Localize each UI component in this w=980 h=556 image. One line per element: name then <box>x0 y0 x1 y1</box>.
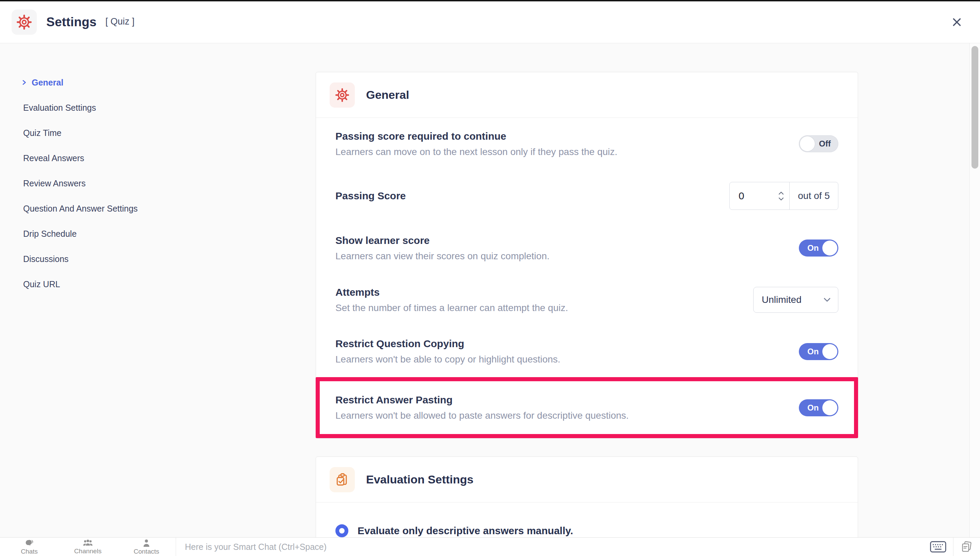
sidebar-item-question-answer-settings[interactable]: Question And Answer Settings <box>21 196 316 221</box>
sidebar-item-label: Discussions <box>21 254 68 264</box>
chevron-down-icon <box>824 298 830 302</box>
chat-bubbles-icon <box>25 538 34 548</box>
setting-row-restrict-answer-pasting: Restrict Answer Pasting Learners won't b… <box>316 377 858 438</box>
tab-contacts[interactable]: Contacts <box>117 538 176 556</box>
keyboard-shortcuts-button[interactable] <box>923 538 953 556</box>
stepper-down-icon[interactable] <box>779 197 784 200</box>
close-icon <box>951 16 963 28</box>
page-title: Settings <box>46 15 97 29</box>
sidebar-item-label: Drip Schedule <box>21 229 77 239</box>
show-learner-score-toggle[interactable]: On <box>799 239 838 257</box>
people-group-icon <box>83 539 93 547</box>
setting-subtitle: Learners can move on to the next lesson … <box>335 147 617 157</box>
tab-chats[interactable]: Chats <box>0 538 58 556</box>
setting-title: Restrict Question Copying <box>335 338 561 349</box>
toggle-state-label: On <box>808 347 819 356</box>
evaluation-option-label: Evaluate only descriptive answers manual… <box>358 525 573 537</box>
attempts-selected-value: Unlimited <box>762 294 801 305</box>
setting-row-passing-score: Passing Score 0 out of 5 <box>316 170 858 222</box>
quiz-context-label: [ Quiz ] <box>106 16 135 27</box>
smart-chat-input[interactable] <box>185 542 887 552</box>
tab-label: Channels <box>74 548 102 555</box>
recent-chats-button[interactable] <box>953 538 980 556</box>
scrollbar-thumb[interactable] <box>972 46 978 169</box>
evaluation-icon-box <box>330 467 355 492</box>
evaluation-option-row: Evaluate only descriptive answers manual… <box>316 503 858 537</box>
smart-chat-input-area <box>176 538 923 556</box>
setting-title: Passing Score <box>335 190 406 202</box>
attempts-dropdown[interactable]: Unlimited <box>753 287 838 313</box>
section-title: General <box>366 88 409 102</box>
sidebar-item-label: Quiz Time <box>21 128 62 138</box>
chevron-right-icon <box>21 79 27 86</box>
sidebar-item-label: Evaluation Settings <box>21 103 96 113</box>
copy-pages-icon <box>960 540 973 553</box>
sidebar-item-label: General <box>32 78 63 87</box>
toggle-state-label: Off <box>819 139 831 149</box>
tab-label: Contacts <box>134 548 160 555</box>
settings-content: General Passing score required to contin… <box>316 43 858 537</box>
setting-subtitle: Set the number of times a learner can at… <box>335 302 568 314</box>
general-section-card: General Passing score required to contin… <box>316 72 858 438</box>
sidebar-item-label: Quiz URL <box>21 280 60 289</box>
sidebar-item-label: Review Answers <box>21 178 85 188</box>
sidebar-item-discussions[interactable]: Discussions <box>21 246 316 272</box>
person-icon <box>142 538 150 548</box>
toggle-knob <box>822 241 837 255</box>
sidebar-item-reveal-answers[interactable]: Reveal Answers <box>21 145 316 171</box>
setting-row-passing-required: Passing score required to continue Learn… <box>316 118 858 170</box>
passing-required-toggle[interactable]: Off <box>799 135 838 152</box>
setting-row-attempts: Attempts Set the number of times a learn… <box>316 274 858 326</box>
setting-subtitle: Learners can view their scores on quiz c… <box>335 251 550 262</box>
keyboard-icon <box>930 541 946 553</box>
tab-label: Chats <box>21 548 38 555</box>
radio-selected-icon[interactable] <box>335 524 348 537</box>
setting-title: Attempts <box>335 286 568 298</box>
evaluation-section-header: Evaluation Settings <box>316 457 858 503</box>
toggle-state-label: On <box>808 403 819 412</box>
tab-channels[interactable]: Channels <box>58 538 117 556</box>
sidebar-item-label: Question And Answer Settings <box>21 204 137 213</box>
toggle-knob <box>822 344 837 359</box>
setting-title: Passing score required to continue <box>335 131 617 142</box>
stepper-up-icon[interactable] <box>779 191 784 195</box>
toggle-state-label: On <box>808 243 819 253</box>
clipboard-check-icon <box>335 472 350 487</box>
settings-body: General Evaluation Settings Quiz Time Re… <box>0 43 980 537</box>
passing-score-max-label: out of 5 <box>790 182 838 210</box>
smart-chat-bar: Chats Channels Contacts <box>0 537 980 556</box>
sidebar-item-evaluation-settings[interactable]: Evaluation Settings <box>21 95 316 120</box>
sidebar-item-label: Reveal Answers <box>21 153 84 163</box>
toggle-knob <box>800 136 815 151</box>
chat-bar-actions <box>923 538 980 556</box>
general-section-header: General <box>316 72 858 118</box>
restrict-question-copying-toggle[interactable]: On <box>799 343 838 360</box>
setting-subtitle: Learners won't be allowed to paste answe… <box>335 410 629 421</box>
section-title: Evaluation Settings <box>366 473 474 486</box>
vertical-scrollbar[interactable] <box>969 43 980 537</box>
setting-title: Show learner score <box>335 235 550 246</box>
sidebar-item-quiz-time[interactable]: Quiz Time <box>21 120 316 145</box>
sidebar-item-general[interactable]: General <box>21 70 316 95</box>
evaluation-section-card: Evaluation Settings Evaluate only descri… <box>316 456 858 537</box>
settings-nav: General Evaluation Settings Quiz Time Re… <box>0 43 316 537</box>
setting-row-restrict-question-copying: Restrict Question Copying Learners won't… <box>316 326 858 377</box>
passing-score-input[interactable]: 0 <box>730 182 790 210</box>
gear-icon <box>335 88 349 102</box>
chat-tabs: Chats Channels Contacts <box>0 538 176 556</box>
sidebar-item-drip-schedule[interactable]: Drip Schedule <box>21 221 316 246</box>
setting-title: Restrict Answer Pasting <box>335 394 629 406</box>
sidebar-item-review-answers[interactable]: Review Answers <box>21 171 316 196</box>
passing-score-control: 0 out of 5 <box>729 182 838 210</box>
settings-icon-box <box>11 10 37 35</box>
sidebar-item-quiz-url[interactable]: Quiz URL <box>21 272 316 297</box>
settings-modal: Settings [ Quiz ] General Evaluation Set… <box>0 0 980 556</box>
setting-row-show-learner-score: Show learner score Learners can view the… <box>316 222 858 274</box>
modal-header: Settings [ Quiz ] <box>0 2 980 43</box>
toggle-knob <box>822 400 837 415</box>
restrict-answer-pasting-toggle[interactable]: On <box>799 399 838 416</box>
gear-icon <box>16 14 32 30</box>
general-icon-box <box>330 82 355 108</box>
close-button[interactable] <box>949 15 964 30</box>
passing-score-value: 0 <box>738 190 745 202</box>
